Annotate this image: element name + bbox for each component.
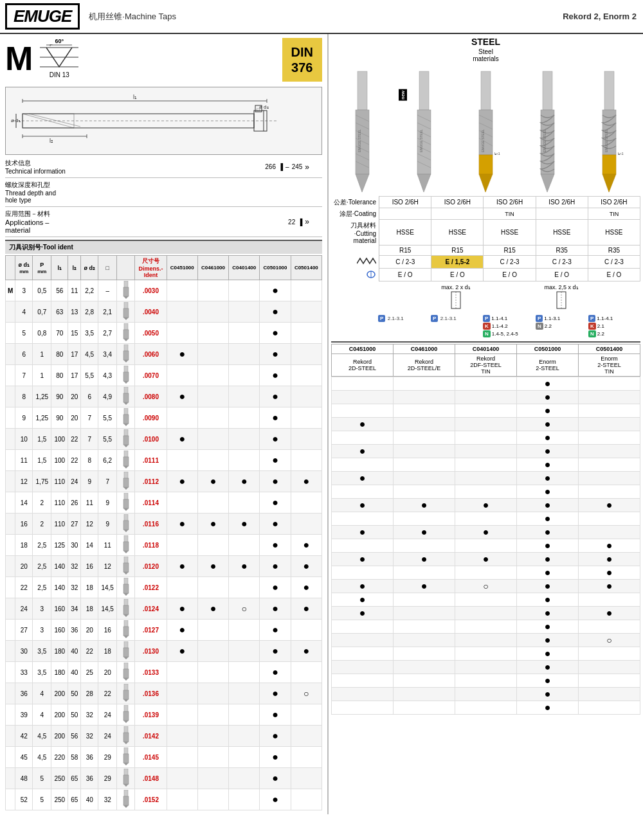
svg-rect-101 [358, 71, 367, 110]
svg-marker-110 [356, 174, 369, 192]
svg-marker-43 [123, 402, 129, 405]
svg-text:EMUGE STEEL: EMUGE STEEL [419, 129, 423, 152]
table-row: 364200502822.0136●○ [6, 683, 322, 704]
svg-rect-36 [123, 351, 129, 360]
new-badge: new [399, 89, 407, 101]
table-row: 91,25902075,5.0090● [6, 407, 322, 429]
svg-text:EMUGE STEEL: EMUGE STEEL [543, 129, 547, 152]
th-d1: ø d₁mm [15, 256, 33, 280]
svg-marker-55 [123, 487, 129, 490]
table-row: 121,751102497.0112●●●●● [6, 471, 322, 492]
svg-text:ø d₁: ø d₁ [11, 118, 21, 123]
svg-marker-67 [123, 572, 129, 575]
svg-rect-32 [124, 323, 128, 330]
svg-rect-139 [602, 155, 616, 174]
svg-rect-112 [419, 71, 429, 110]
th-c4: C0501000 [260, 256, 291, 280]
right-table-row: ● [332, 391, 640, 404]
svg-rect-44 [124, 408, 128, 415]
svg-rect-63 [123, 542, 129, 551]
table-row: 243160341814,5.0124●●○●● [6, 598, 322, 620]
table-row: 525250654032.0152● [6, 789, 322, 810]
svg-rect-54 [123, 478, 129, 487]
svg-text:ø d₂: ø d₂ [259, 104, 269, 110]
table-row: 273160362016.0127●● [6, 620, 322, 641]
rekord-title: Rekord 2, Enorm 2 [563, 12, 637, 21]
din-badge: DIN 376 [282, 38, 322, 82]
svg-rect-137 [604, 71, 614, 110]
svg-rect-133 [543, 71, 552, 110]
subtitle: 机用丝锥·Machine Taps [89, 11, 563, 22]
table-row: 16211027129.0116●●●● [6, 514, 322, 535]
svg-marker-82 [123, 678, 129, 681]
right-table-row: ●●● [332, 607, 640, 620]
svg-marker-91 [123, 742, 129, 744]
svg-text:l₂: l₂ [50, 138, 53, 144]
th-l1: l₁ [51, 256, 68, 280]
svg-rect-74 [124, 620, 128, 627]
app-badges-row: P 2.1-3.1 P 2.1-3.1 P 1.1-4.1 [331, 314, 640, 339]
svg-rect-39 [123, 372, 129, 381]
steel-subtitle: Steel materials [331, 48, 640, 62]
products-row: EMUGE STEEL new [331, 65, 640, 193]
right-table-row: ● [332, 674, 640, 688]
svg-rect-66 [123, 563, 129, 572]
svg-rect-68 [124, 578, 128, 584]
right-table-row: ●● [332, 566, 640, 580]
right-table-row: ●○ [332, 634, 640, 647]
svg-marker-135 [541, 174, 554, 192]
th-l2: l₂ [68, 256, 81, 280]
right-table-row: ●● [332, 445, 640, 458]
svg-rect-92 [124, 747, 128, 754]
page: EMUGE 机用丝锥·Machine Taps Rekord 2, Enorm … [0, 0, 643, 840]
svg-marker-76 [123, 636, 129, 638]
svg-rect-35 [124, 344, 128, 351]
svg-marker-40 [123, 381, 129, 384]
svg-rect-93 [123, 754, 129, 763]
svg-rect-26 [124, 281, 128, 287]
svg-line-10 [29, 114, 80, 127]
th-d2: ø d₂ [81, 256, 98, 280]
right-table-row: ● [332, 647, 640, 661]
right-table-row: ●●●●● [332, 553, 640, 566]
svg-rect-129 [479, 155, 493, 174]
svg-text:l₂≈13×P: l₂≈13×P [618, 152, 624, 156]
svg-marker-61 [123, 530, 129, 532]
table-row: 81,25902064,9.0080●● [6, 386, 322, 407]
right-table-row: ● [332, 458, 640, 472]
din13: DIN 13 [37, 71, 82, 78]
table-row: 111,51002286,2.0111● [6, 450, 322, 471]
svg-rect-41 [124, 387, 128, 393]
table-row: 333,5180402520.0133● [6, 662, 322, 683]
svg-marker-34 [123, 339, 129, 341]
svg-marker-79 [123, 657, 129, 659]
table-row: 303,5180402218.0130●●● [6, 641, 322, 662]
right-table-row: ●●○●● [332, 580, 640, 593]
table-row: 182,5125301411.0118●● [6, 535, 322, 556]
svg-rect-72 [123, 605, 129, 614]
thread-diagram: M 60° P [5, 38, 82, 78]
right-table-row: ●● [332, 593, 640, 607]
svg-rect-123 [481, 71, 491, 110]
svg-rect-96 [123, 775, 129, 784]
table-row: 454,5220583629.0145● [6, 747, 322, 768]
svg-rect-78 [123, 648, 129, 657]
logo: EMUGE [5, 3, 80, 30]
tech-drawing: ø d₁ ø d₂ l₁ l₂ [5, 87, 322, 155]
svg-rect-27 [123, 287, 129, 296]
svg-rect-45 [123, 415, 129, 424]
right-table-row: ● [332, 661, 640, 674]
svg-rect-81 [123, 669, 129, 678]
m-label: M [5, 42, 33, 75]
svg-rect-62 [124, 535, 128, 542]
product-5: EMUGE STEEL l₂≈13×P [583, 70, 636, 193]
svg-rect-53 [124, 472, 128, 478]
product-2: new EMUGE STEEL [397, 70, 450, 193]
svg-rect-38 [124, 366, 128, 372]
right-table-row: ●● [332, 539, 640, 553]
svg-rect-77 [124, 641, 128, 648]
svg-rect-87 [123, 711, 129, 720]
table-row: 485250653629.0148● [6, 768, 322, 789]
table-row: 424,5200563224.0142● [6, 726, 322, 747]
table-row: 222,5140321814,5.0122●● [6, 577, 322, 598]
